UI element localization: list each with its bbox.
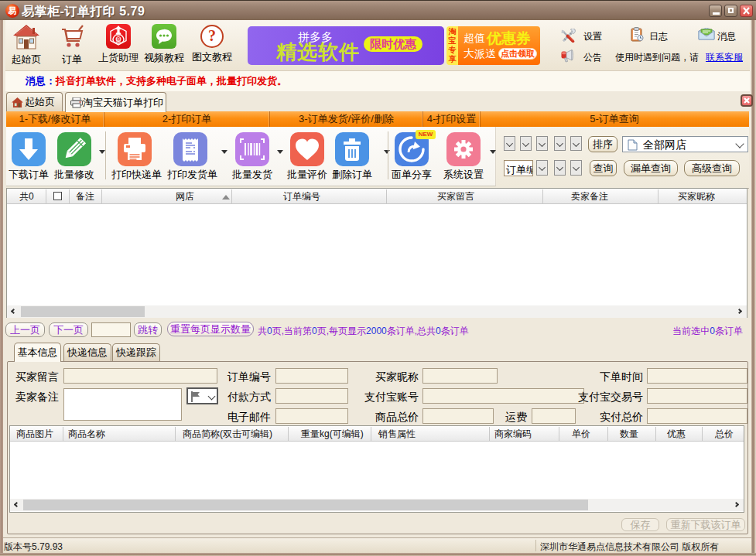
svg-text:圆: 圆 xyxy=(116,37,121,43)
